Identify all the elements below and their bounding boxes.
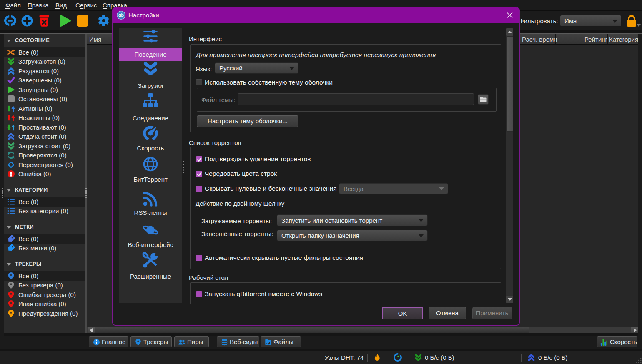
svg-text:qb: qb: [118, 12, 124, 17]
